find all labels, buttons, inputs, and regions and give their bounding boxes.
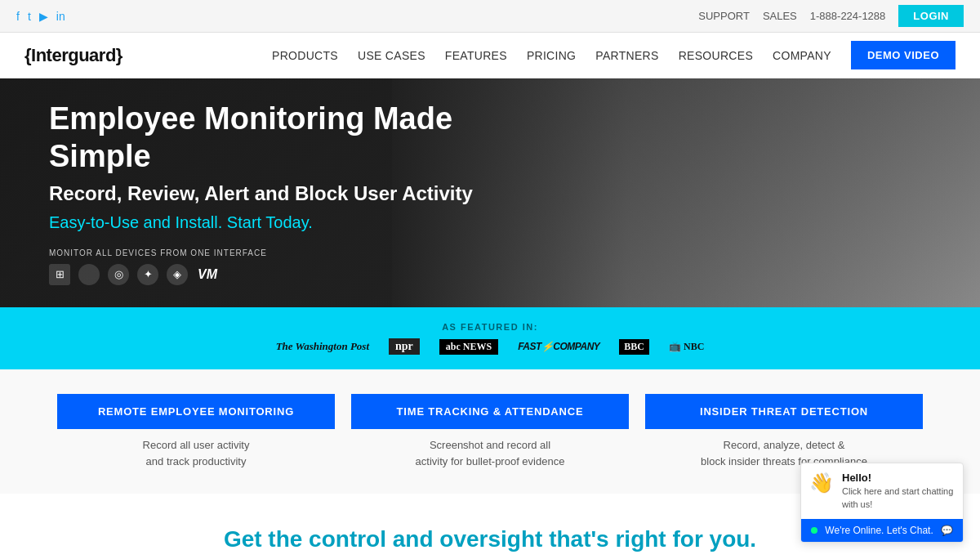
fast-company-logo: FAST⚡COMPANY [518, 341, 599, 352]
demo-video-button[interactable]: DEMO VIDEO [851, 41, 956, 69]
top-right-links: SUPPORT SALES 1-888-224-1288 LOGIN [698, 5, 964, 27]
hero-content: Employee Monitoring Made Simple Record, … [49, 101, 539, 284]
apple-icon [78, 264, 100, 285]
online-indicator: We're Online. Let's Chat. [811, 525, 933, 536]
top-bar: f t ▶ in SUPPORT SALES 1-888-224-1288 LO… [0, 0, 980, 33]
featured-logos: The Washington Post npr abc NEWS FAST⚡CO… [0, 338, 980, 355]
chat-header: 👋 Hello! Click here and start chatting w… [801, 463, 963, 519]
vmware-icon: VM [198, 267, 217, 282]
device-icons: ⊞ ◎ ✦ ◈ VM [49, 264, 539, 285]
feature-card-insider: INSIDER THREAT DETECTION Record, analyze… [645, 394, 923, 469]
hero-section: Employee Monitoring Made Simple Record, … [0, 78, 980, 307]
abc-logo: abc NEWS [439, 339, 498, 355]
npr-logo: npr [389, 338, 420, 355]
chat-widget: 👋 Hello! Click here and start chatting w… [800, 463, 964, 543]
featured-bar: AS FEATURED IN: The Washington Post npr … [0, 307, 980, 369]
nbc-logo: 📺 NBC [669, 341, 704, 353]
online-dot [811, 527, 817, 534]
chat-message: Click here and start chatting with us! [842, 485, 955, 511]
hero-tagline: Easy-to-Use and Install. Start Today. [49, 213, 539, 232]
nav-links: PRODUCTS USE CASES FEATURES PRICING PART… [272, 41, 956, 69]
time-tracking-button[interactable]: TIME TRACKING & ATTENDANCE [351, 394, 629, 429]
nav-use-cases[interactable]: USE CASES [358, 49, 425, 62]
featured-label: AS FEATURED IN: [0, 322, 980, 332]
chat-text: Hello! Click here and start chatting wit… [842, 472, 955, 511]
windows-icon: ⊞ [49, 264, 70, 285]
chat-emoji-icon: 👋 [809, 472, 834, 494]
feature-card-remote: REMOTE EMPLOYEE MONITORING Record all us… [57, 394, 335, 469]
linkedin-icon[interactable]: in [56, 10, 65, 23]
chat-bubble-icon: 💬 [941, 525, 953, 536]
nav-pricing[interactable]: PRICING [527, 49, 576, 62]
nav-products[interactable]: PRODUCTS [272, 49, 338, 62]
feature-card-time: TIME TRACKING & ATTENDANCE Screenshot an… [351, 394, 629, 469]
washington-post-logo: The Washington Post [276, 340, 369, 353]
login-button[interactable]: LOGIN [898, 5, 964, 27]
twitter-icon[interactable]: t [28, 10, 31, 23]
android-icon: ✦ [137, 264, 158, 285]
remote-monitoring-button[interactable]: REMOTE EMPLOYEE MONITORING [57, 394, 335, 429]
phone-number: 1-888-224-1288 [810, 10, 886, 22]
nav-resources[interactable]: RESOURCES [679, 49, 753, 62]
other-icon: ◈ [167, 264, 188, 285]
time-tracking-desc: Screenshot and record all activity for b… [351, 437, 629, 469]
nav-features[interactable]: FEATURES [445, 49, 507, 62]
social-icons: f t ▶ in [16, 10, 65, 23]
chrome-icon: ◎ [108, 264, 129, 285]
insider-threat-button[interactable]: INSIDER THREAT DETECTION [645, 394, 923, 429]
remote-monitoring-desc: Record all user activity and track produ… [57, 437, 335, 469]
bbc-logo: BBC [619, 339, 649, 355]
nav-company[interactable]: COMPANY [773, 49, 831, 62]
logo[interactable]: {Interguard} [24, 45, 122, 66]
chat-online-bar[interactable]: We're Online. Let's Chat. 💬 [801, 519, 963, 542]
devices-label: MONITOR ALL DEVICES FROM ONE INTERFACE [49, 248, 539, 257]
chat-hello: Hello! [842, 472, 955, 484]
main-nav: {Interguard} PRODUCTS USE CASES FEATURES… [0, 33, 980, 78]
hero-subtitle: Record, Review, Alert and Block User Act… [49, 182, 539, 205]
hero-title: Employee Monitoring Made Simple [49, 101, 539, 175]
nav-partners[interactable]: PARTNERS [595, 49, 658, 62]
facebook-icon[interactable]: f [16, 10, 20, 23]
support-link[interactable]: SUPPORT [698, 10, 750, 22]
sales-link[interactable]: SALES [763, 10, 797, 22]
video-icon[interactable]: ▶ [39, 10, 48, 23]
chat-online-label: We're Online. Let's Chat. [825, 525, 933, 536]
